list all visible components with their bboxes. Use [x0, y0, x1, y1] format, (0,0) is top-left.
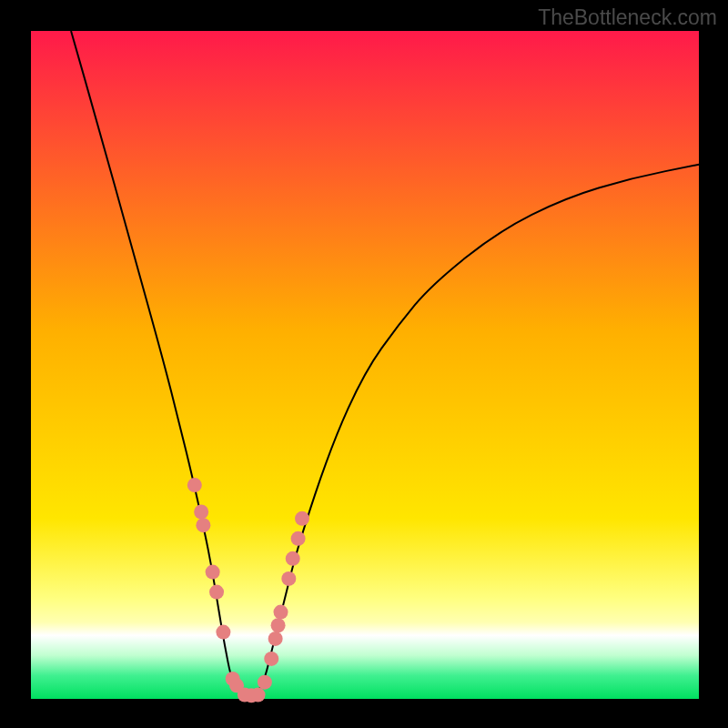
marker-point: [295, 511, 309, 526]
marker-point: [286, 551, 300, 566]
marker-point: [196, 518, 210, 532]
marker-point: [271, 618, 286, 632]
marker-point: [264, 652, 278, 666]
marker-point: [281, 571, 296, 586]
watermark-text: TheBottleneck.com: [538, 5, 717, 30]
marker-point: [258, 675, 272, 690]
marker-point: [209, 585, 224, 600]
marker-point: [251, 688, 266, 703]
marker-point: [187, 478, 202, 492]
marker-group: [187, 478, 309, 703]
marker-point: [274, 605, 288, 620]
marker-point: [216, 625, 230, 640]
marker-point: [194, 504, 208, 519]
plot-area: [31, 31, 699, 699]
marker-point: [268, 632, 283, 646]
bottleneck-curve: [71, 31, 699, 695]
marker-point: [206, 565, 220, 580]
chart-overlay: [31, 31, 699, 699]
marker-point: [291, 531, 306, 546]
